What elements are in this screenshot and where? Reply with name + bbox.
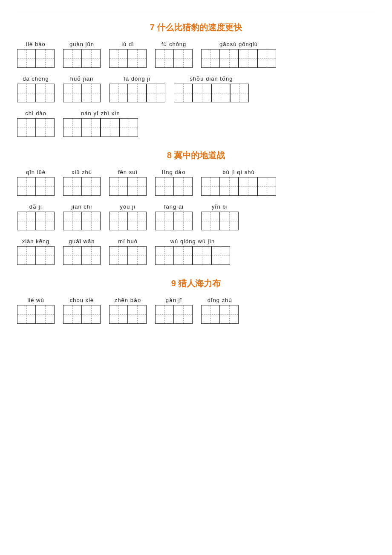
pinyin-label: jiān chí: [71, 203, 92, 210]
pinyin-label: zhēn bǎo: [115, 297, 141, 303]
char-box: [147, 84, 165, 102]
char-box: [17, 212, 36, 230]
char-box: [201, 305, 220, 324]
char-boxes: [17, 49, 55, 68]
word-row: chì dàonán yǐ zhì xìn: [17, 110, 375, 137]
pinyin-label: gǎn jī: [166, 297, 182, 303]
word-group: dīng zhǔ: [201, 297, 239, 324]
word-group: fěn suì: [109, 169, 147, 196]
word-group: dǎ jī: [17, 203, 55, 230]
char-box: [174, 49, 193, 68]
char-box: [239, 177, 257, 196]
char-box: [128, 212, 147, 230]
char-box: [101, 118, 119, 137]
char-box: [36, 246, 55, 265]
char-boxes: [63, 212, 101, 230]
char-box: [36, 177, 55, 196]
word-row: qīn lüèxiū zhùfěn suìlǐng dǎobú jì qí sh…: [17, 169, 375, 196]
char-box: [257, 49, 276, 68]
char-box: [128, 246, 147, 265]
word-row: dǎ jījiān chíyóu jīfáng àiyǐn bì: [17, 203, 375, 230]
word-group: fǔ chōng: [155, 41, 193, 68]
top-divider: [17, 13, 375, 13]
char-box: [174, 246, 193, 265]
word-row: dā chénghuǒ jiànfā dòng jīshǒu diàn tǒng: [17, 76, 375, 102]
char-box: [174, 212, 193, 230]
char-box: [211, 84, 230, 102]
char-boxes: [201, 49, 276, 68]
char-box: [17, 305, 36, 324]
char-box: [109, 305, 128, 324]
char-boxes: [109, 246, 147, 265]
char-box: [82, 49, 101, 68]
pinyin-label: chì dào: [25, 110, 46, 116]
char-boxes: [109, 49, 147, 68]
char-boxes: [109, 177, 147, 196]
section-title: 9 猎人海力布: [17, 278, 375, 289]
section-title: 8 冀中的地道战: [17, 150, 375, 161]
pinyin-label: nán yǐ zhì xìn: [81, 110, 120, 116]
char-box: [36, 212, 55, 230]
char-box: [174, 305, 193, 324]
char-boxes: [109, 84, 165, 102]
char-box: [63, 118, 82, 137]
char-box: [82, 305, 101, 324]
char-box: [174, 84, 193, 102]
pinyin-label: fěn suì: [118, 169, 138, 175]
char-box: [128, 177, 147, 196]
word-group: bú jì qí shù: [201, 169, 276, 196]
word-group: guàn jūn: [63, 41, 101, 68]
word-group: fā dòng jī: [109, 76, 165, 102]
char-box: [201, 177, 220, 196]
pinyin-label: guǎi wān: [69, 238, 95, 244]
char-box: [155, 212, 174, 230]
pinyin-label: yóu jī: [120, 203, 135, 210]
word-group: chì dào: [17, 110, 55, 137]
main-content: 7 什么比猎豹的速度更快liè bàoguàn jūnlù dìfǔ chōng…: [17, 22, 375, 324]
char-box: [128, 49, 147, 68]
section-title: 7 什么比猎豹的速度更快: [17, 22, 375, 33]
char-boxes: [155, 246, 230, 265]
char-boxes: [155, 212, 193, 230]
pinyin-label: gāosù gōnglù: [219, 41, 258, 47]
word-group: wú qióng wú jìn: [155, 238, 230, 265]
pinyin-label: huǒ jiàn: [70, 76, 93, 82]
char-boxes: [63, 49, 101, 68]
char-box: [17, 118, 36, 137]
pinyin-label: fā dòng jī: [124, 76, 151, 82]
char-box: [17, 177, 36, 196]
pinyin-label: lù dì: [121, 41, 134, 47]
char-box: [220, 305, 239, 324]
word-group: guǎi wān: [63, 238, 101, 265]
char-boxes: [17, 177, 55, 196]
char-boxes: [109, 305, 147, 324]
char-box: [193, 84, 211, 102]
pinyin-label: fáng ài: [164, 203, 184, 210]
char-box: [155, 305, 174, 324]
word-group: lù dì: [109, 41, 147, 68]
section-section7: 7 什么比猎豹的速度更快liè bàoguàn jūnlù dìfǔ chōng…: [17, 22, 375, 137]
word-group: dā chéng: [17, 76, 55, 102]
char-boxes: [109, 212, 147, 230]
char-box: [257, 177, 276, 196]
char-box: [109, 177, 128, 196]
char-box: [109, 246, 128, 265]
char-box: [239, 49, 257, 68]
char-box: [128, 305, 147, 324]
pinyin-label: qīn lüè: [26, 169, 46, 175]
char-box: [109, 49, 128, 68]
char-box: [82, 177, 101, 196]
char-box: [63, 212, 82, 230]
char-box: [128, 84, 147, 102]
char-box: [155, 49, 174, 68]
char-box: [109, 212, 128, 230]
word-group: huǒ jiàn: [63, 76, 101, 102]
char-boxes: [174, 84, 249, 102]
char-box: [211, 246, 230, 265]
char-boxes: [17, 246, 55, 265]
word-row: liè wùchou xièzhēn bǎogǎn jīdīng zhǔ: [17, 297, 375, 324]
word-row: liè bàoguàn jūnlù dìfǔ chōnggāosù gōnglù: [17, 41, 375, 68]
char-box: [63, 49, 82, 68]
section-section9: 9 猎人海力布liè wùchou xièzhēn bǎogǎn jīdīng …: [17, 278, 375, 324]
char-box: [201, 49, 220, 68]
